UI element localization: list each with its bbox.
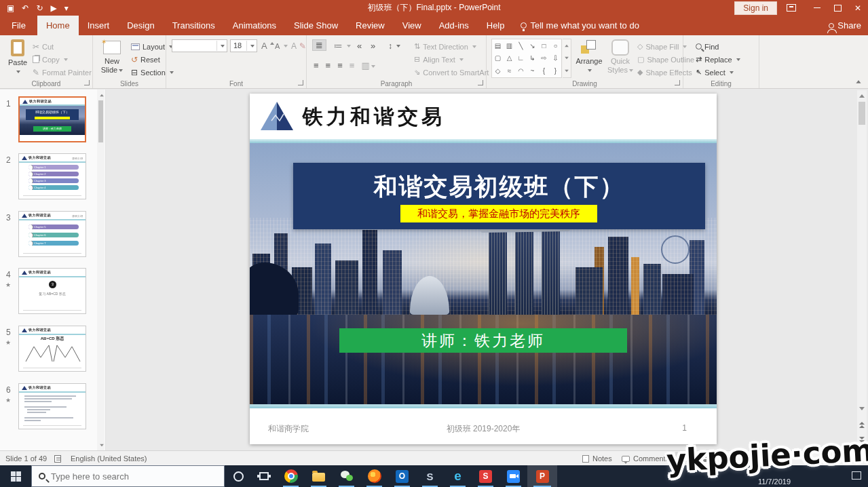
format-painter-button[interactable]: ✎Format Painter bbox=[33, 66, 92, 78]
taskbar-powerpoint[interactable]: P bbox=[527, 465, 557, 487]
shape-icon[interactable]: ◇ bbox=[492, 64, 504, 77]
shape-icon[interactable]: { bbox=[538, 64, 550, 77]
font-size-combo[interactable]: 18 bbox=[230, 39, 257, 52]
align-left-button[interactable]: ≡ bbox=[314, 60, 319, 71]
shape-icon[interactable]: ╲ bbox=[515, 39, 527, 52]
decrease-font-size-button[interactable]: A bbox=[275, 40, 288, 52]
close-button[interactable]: ✕ bbox=[848, 0, 868, 16]
replace-button[interactable]: ⇄Replace bbox=[696, 54, 740, 65]
align-center-button[interactable]: ≡ bbox=[326, 60, 331, 71]
shapes-scroll-up-icon[interactable] bbox=[565, 45, 569, 47]
ribbon-display-options-icon[interactable] bbox=[787, 4, 796, 12]
previous-slide-button[interactable] bbox=[857, 419, 867, 430]
drawing-dialog-launcher[interactable] bbox=[675, 80, 680, 85]
increase-indent-button[interactable]: » bbox=[371, 40, 375, 52]
thumb-scroll-down[interactable] bbox=[97, 440, 107, 450]
taskbar-snagit[interactable]: S bbox=[416, 465, 444, 487]
quick-styles-button[interactable]: Quick Styles bbox=[606, 38, 635, 75]
font-size-caret-icon[interactable] bbox=[246, 41, 256, 51]
shape-icon[interactable]: ▢ bbox=[492, 52, 504, 65]
taskbar-outlook[interactable]: O bbox=[388, 465, 416, 487]
shape-icon[interactable]: △ bbox=[504, 52, 515, 65]
thumb-scroll-up[interactable] bbox=[97, 90, 107, 100]
thumbnail-slide-5[interactable]: 铁力和谐交易 AB=CD 形态 bbox=[18, 326, 86, 372]
font-name-caret-icon[interactable] bbox=[216, 41, 226, 51]
columns-button[interactable]: ▥ bbox=[361, 60, 375, 71]
cortana-button[interactable] bbox=[225, 465, 252, 487]
tab-design[interactable]: Design bbox=[118, 16, 163, 35]
thumb-scroll-thumb[interactable] bbox=[98, 100, 103, 142]
cut-button[interactable]: ✂Cut bbox=[33, 41, 54, 52]
sign-in-button[interactable]: Sign in bbox=[734, 1, 777, 15]
align-text-button[interactable]: ⊟Align Text bbox=[414, 54, 464, 65]
shape-icon[interactable]: ◠ bbox=[515, 64, 527, 77]
tab-transitions[interactable]: Transitions bbox=[164, 16, 224, 35]
align-right-button[interactable]: ≡ bbox=[337, 60, 343, 71]
footer-center[interactable]: 初级班 2019-2020年 bbox=[250, 423, 717, 435]
shape-icon[interactable]: □ bbox=[538, 39, 550, 52]
restore-button[interactable] bbox=[827, 0, 848, 16]
comments-button[interactable]: Comments bbox=[622, 451, 669, 466]
paragraph-dialog-launcher[interactable] bbox=[478, 80, 483, 85]
tab-home[interactable]: Home bbox=[37, 16, 79, 35]
tab-file[interactable]: File bbox=[0, 16, 37, 35]
thumbnail-slide-2[interactable]: 铁力和谐交易 课程介绍 Chapter 1 Chapter 2 Chapter … bbox=[18, 153, 86, 199]
clear-formatting-button[interactable]: A✎ bbox=[291, 40, 306, 52]
tell-me-box[interactable]: Tell me what you want to do bbox=[514, 16, 646, 35]
shape-icon[interactable]: ↘ bbox=[527, 39, 538, 52]
tab-slide-show[interactable]: Slide Show bbox=[285, 16, 347, 35]
instructor-banner[interactable]: 讲师：铁力老师 bbox=[339, 328, 627, 353]
start-button[interactable] bbox=[0, 465, 31, 487]
title-banner[interactable]: 和谐交易初级班（下） 和谐交易，掌握金融市场的完美秩序 bbox=[293, 163, 705, 229]
numbering-button[interactable]: ≔ bbox=[334, 40, 351, 52]
arrange-button[interactable]: Arrange bbox=[573, 38, 605, 75]
main-scrollbar[interactable] bbox=[857, 90, 867, 449]
convert-smartart-button[interactable]: ⇘Convert to SmartArt bbox=[414, 66, 497, 78]
slide-canvas[interactable]: 铁力和谐交易 和谐交易初级班（下） 和谐交易，掌握金融市场的完美秩序 讲师 bbox=[250, 94, 717, 444]
taskbar-zoom[interactable] bbox=[499, 465, 527, 487]
tab-view[interactable]: View bbox=[394, 16, 430, 35]
shape-icon[interactable]: ⇨ bbox=[538, 52, 550, 65]
decrease-indent-button[interactable]: « bbox=[357, 40, 362, 52]
shape-icon[interactable]: ▥ bbox=[504, 39, 515, 52]
taskbar-file-explorer[interactable] bbox=[305, 465, 333, 487]
slide-indicator[interactable]: Slide 1 of 49 bbox=[5, 451, 47, 466]
share-button[interactable]: Share bbox=[829, 16, 861, 35]
taskbar-search[interactable] bbox=[31, 465, 225, 487]
thumbnail-slide-3[interactable]: 铁力和谐交易 课程介绍 Chapter 5 Chapter 6 Chapter … bbox=[18, 211, 86, 257]
reset-button[interactable]: ↺Reset bbox=[131, 54, 160, 65]
paste-button[interactable]: Paste bbox=[3, 38, 33, 76]
taskbar-date[interactable]: 11/7/2019 bbox=[758, 478, 791, 486]
shape-icon[interactable]: ○ bbox=[550, 39, 561, 52]
tab-insert[interactable]: Insert bbox=[79, 16, 119, 35]
slide-title[interactable]: 和谐交易初级班（下） bbox=[293, 171, 705, 203]
footer-page-number[interactable]: 1 bbox=[682, 423, 687, 433]
bullets-button[interactable]: ≣ bbox=[312, 39, 326, 51]
text-direction-button[interactable]: ⇅Text Direction bbox=[414, 41, 476, 52]
shape-icon[interactable]: ~ bbox=[527, 64, 538, 77]
tab-review[interactable]: Review bbox=[347, 16, 394, 35]
task-view-button[interactable] bbox=[250, 465, 278, 487]
spell-check-button[interactable] bbox=[54, 451, 61, 466]
shape-icon[interactable]: ▤ bbox=[492, 39, 504, 52]
select-button[interactable]: ↖Select bbox=[696, 66, 734, 78]
shape-icon[interactable]: ≈ bbox=[504, 64, 515, 77]
font-name-combo[interactable] bbox=[172, 39, 227, 52]
line-spacing-button[interactable]: ↕ bbox=[388, 40, 400, 52]
shapes-gallery-scroll[interactable] bbox=[563, 39, 571, 78]
thumbnail-scrollbar[interactable] bbox=[97, 90, 105, 450]
taskbar-wechat[interactable] bbox=[333, 465, 360, 487]
shape-fill-button[interactable]: ◇Shape Fill bbox=[637, 41, 687, 52]
shape-icon[interactable]: ∟ bbox=[515, 52, 527, 65]
shape-icon[interactable]: ↳ bbox=[527, 52, 538, 65]
notes-button[interactable]: Notes bbox=[582, 451, 612, 466]
thumbnail-slide-1[interactable]: 铁力和谐交易 和谐交易初级班（下） 讲师：铁力老师 bbox=[18, 96, 86, 142]
notification-center-icon[interactable] bbox=[852, 471, 861, 480]
new-slide-button[interactable]: New Slide bbox=[97, 38, 127, 75]
shape-icon[interactable]: ⇩ bbox=[550, 52, 561, 65]
scroll-down-button[interactable] bbox=[857, 403, 867, 414]
shapes-scroll-down-icon[interactable] bbox=[565, 57, 569, 60]
copy-button[interactable]: Copy bbox=[33, 54, 68, 65]
collapse-ribbon-button[interactable] bbox=[856, 80, 863, 84]
brand-name[interactable]: 铁力和谐交易 bbox=[303, 103, 445, 131]
